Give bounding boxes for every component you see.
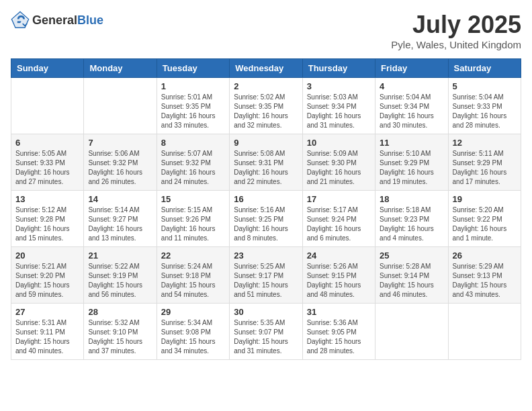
- day-number: 17: [307, 194, 371, 204]
- calendar-cell: [448, 304, 521, 360]
- day-of-week-header: Thursday: [302, 59, 375, 78]
- day-detail: Sunrise: 5:25 AM Sunset: 9:17 PM Dayligh…: [234, 262, 298, 300]
- day-detail: Sunrise: 5:17 AM Sunset: 9:24 PM Dayligh…: [307, 205, 371, 243]
- day-detail: Sunrise: 5:12 AM Sunset: 9:28 PM Dayligh…: [15, 205, 79, 243]
- calendar-cell: 11Sunrise: 5:10 AM Sunset: 9:29 PM Dayli…: [375, 134, 448, 191]
- day-number: 14: [88, 194, 152, 204]
- calendar-cell: 25Sunrise: 5:28 AM Sunset: 9:14 PM Dayli…: [375, 247, 448, 304]
- day-detail: Sunrise: 5:08 AM Sunset: 9:31 PM Dayligh…: [234, 149, 298, 187]
- day-detail: Sunrise: 5:35 AM Sunset: 9:07 PM Dayligh…: [234, 318, 298, 356]
- calendar-cell: 5Sunrise: 5:04 AM Sunset: 9:33 PM Daylig…: [448, 78, 521, 134]
- calendar-cell: 4Sunrise: 5:04 AM Sunset: 9:34 PM Daylig…: [375, 78, 448, 134]
- day-number: 2: [234, 81, 298, 91]
- logo-blue: Blue: [77, 13, 103, 27]
- day-detail: Sunrise: 5:16 AM Sunset: 9:25 PM Dayligh…: [234, 205, 298, 243]
- logo-text: GeneralBlue: [32, 13, 103, 28]
- calendar-cell: 16Sunrise: 5:16 AM Sunset: 9:25 PM Dayli…: [230, 191, 302, 247]
- day-number: 21: [88, 250, 152, 261]
- calendar-cell: 15Sunrise: 5:15 AM Sunset: 9:26 PM Dayli…: [157, 191, 229, 247]
- day-number: 20: [15, 250, 79, 261]
- day-of-week-header: Wednesday: [230, 59, 302, 78]
- calendar-cell: [84, 78, 157, 134]
- day-number: 12: [453, 138, 517, 148]
- day-number: 18: [380, 194, 443, 204]
- day-detail: Sunrise: 5:21 AM Sunset: 9:20 PM Dayligh…: [15, 262, 79, 300]
- day-number: 16: [234, 194, 298, 204]
- logo-general: General: [32, 13, 77, 27]
- day-number: 3: [307, 81, 371, 91]
- calendar-header-row: SundayMondayTuesdayWednesdayThursdayFrid…: [11, 59, 521, 78]
- day-number: 22: [161, 250, 225, 261]
- calendar-week-row: 27Sunrise: 5:31 AM Sunset: 9:11 PM Dayli…: [11, 304, 521, 360]
- day-detail: Sunrise: 5:09 AM Sunset: 9:30 PM Dayligh…: [307, 149, 371, 187]
- calendar-cell: 12Sunrise: 5:11 AM Sunset: 9:29 PM Dayli…: [448, 134, 521, 191]
- day-detail: Sunrise: 5:10 AM Sunset: 9:29 PM Dayligh…: [380, 149, 443, 187]
- day-number: 24: [307, 250, 371, 261]
- day-detail: Sunrise: 5:05 AM Sunset: 9:33 PM Dayligh…: [15, 149, 79, 187]
- calendar-cell: 2Sunrise: 5:02 AM Sunset: 9:35 PM Daylig…: [230, 78, 302, 134]
- day-number: 19: [453, 194, 517, 204]
- day-number: 30: [234, 307, 298, 317]
- calendar-cell: 14Sunrise: 5:14 AM Sunset: 9:27 PM Dayli…: [84, 191, 157, 247]
- day-number: 4: [380, 81, 443, 91]
- day-number: 31: [307, 307, 371, 317]
- month-title: July 2025: [391, 11, 521, 39]
- day-number: 26: [453, 250, 517, 261]
- calendar-cell: 9Sunrise: 5:08 AM Sunset: 9:31 PM Daylig…: [230, 134, 302, 191]
- day-detail: Sunrise: 5:01 AM Sunset: 9:35 PM Dayligh…: [161, 93, 225, 130]
- logo: GeneralBlue: [11, 11, 103, 30]
- day-detail: Sunrise: 5:26 AM Sunset: 9:15 PM Dayligh…: [307, 262, 371, 300]
- calendar-table: SundayMondayTuesdayWednesdayThursdayFrid…: [11, 58, 521, 360]
- day-detail: Sunrise: 5:18 AM Sunset: 9:23 PM Dayligh…: [380, 205, 443, 243]
- calendar-cell: 31Sunrise: 5:36 AM Sunset: 9:05 PM Dayli…: [302, 304, 375, 360]
- day-number: 13: [15, 194, 79, 204]
- day-detail: Sunrise: 5:15 AM Sunset: 9:26 PM Dayligh…: [161, 205, 225, 243]
- day-number: 8: [161, 138, 225, 148]
- calendar-cell: 8Sunrise: 5:07 AM Sunset: 9:32 PM Daylig…: [157, 134, 229, 191]
- calendar-cell: 10Sunrise: 5:09 AM Sunset: 9:30 PM Dayli…: [302, 134, 375, 191]
- day-detail: Sunrise: 5:36 AM Sunset: 9:05 PM Dayligh…: [307, 318, 371, 356]
- calendar-cell: 23Sunrise: 5:25 AM Sunset: 9:17 PM Dayli…: [230, 247, 302, 304]
- day-number: 6: [15, 138, 79, 148]
- calendar-cell: 28Sunrise: 5:32 AM Sunset: 9:10 PM Dayli…: [84, 304, 157, 360]
- day-number: 25: [380, 250, 443, 261]
- calendar-cell: [11, 78, 84, 134]
- location-title: Pyle, Wales, United Kingdom: [391, 39, 521, 50]
- day-detail: Sunrise: 5:20 AM Sunset: 9:22 PM Dayligh…: [453, 205, 517, 243]
- day-number: 27: [15, 307, 79, 317]
- calendar-cell: 20Sunrise: 5:21 AM Sunset: 9:20 PM Dayli…: [11, 247, 84, 304]
- calendar-cell: 30Sunrise: 5:35 AM Sunset: 9:07 PM Dayli…: [230, 304, 302, 360]
- calendar-cell: 7Sunrise: 5:06 AM Sunset: 9:32 PM Daylig…: [84, 134, 157, 191]
- day-number: 15: [161, 194, 225, 204]
- day-detail: Sunrise: 5:31 AM Sunset: 9:11 PM Dayligh…: [15, 318, 79, 356]
- day-number: 9: [234, 138, 298, 148]
- day-number: 23: [234, 250, 298, 261]
- title-block: July 2025 Pyle, Wales, United Kingdom: [391, 11, 521, 50]
- calendar-cell: 1Sunrise: 5:01 AM Sunset: 9:35 PM Daylig…: [157, 78, 229, 134]
- calendar-cell: 17Sunrise: 5:17 AM Sunset: 9:24 PM Dayli…: [302, 191, 375, 247]
- logo-icon: [11, 11, 30, 30]
- day-detail: Sunrise: 5:14 AM Sunset: 9:27 PM Dayligh…: [88, 205, 152, 243]
- day-detail: Sunrise: 5:28 AM Sunset: 9:14 PM Dayligh…: [380, 262, 443, 300]
- day-of-week-header: Tuesday: [157, 59, 229, 78]
- day-number: 5: [453, 81, 517, 91]
- day-detail: Sunrise: 5:32 AM Sunset: 9:10 PM Dayligh…: [88, 318, 152, 356]
- calendar-week-row: 13Sunrise: 5:12 AM Sunset: 9:28 PM Dayli…: [11, 191, 521, 247]
- day-number: 11: [380, 138, 443, 148]
- calendar-cell: 6Sunrise: 5:05 AM Sunset: 9:33 PM Daylig…: [11, 134, 84, 191]
- day-detail: Sunrise: 5:04 AM Sunset: 9:33 PM Dayligh…: [453, 93, 517, 130]
- day-number: 7: [88, 138, 152, 148]
- day-detail: Sunrise: 5:22 AM Sunset: 9:19 PM Dayligh…: [88, 262, 152, 300]
- calendar-week-row: 6Sunrise: 5:05 AM Sunset: 9:33 PM Daylig…: [11, 134, 521, 191]
- calendar-cell: 26Sunrise: 5:29 AM Sunset: 9:13 PM Dayli…: [448, 247, 521, 304]
- day-detail: Sunrise: 5:11 AM Sunset: 9:29 PM Dayligh…: [453, 149, 517, 187]
- calendar-week-row: 1Sunrise: 5:01 AM Sunset: 9:35 PM Daylig…: [11, 78, 521, 134]
- calendar-cell: 29Sunrise: 5:34 AM Sunset: 9:08 PM Dayli…: [157, 304, 229, 360]
- day-detail: Sunrise: 5:03 AM Sunset: 9:34 PM Dayligh…: [307, 93, 371, 130]
- day-number: 10: [307, 138, 371, 148]
- day-number: 28: [88, 307, 152, 317]
- calendar-cell: 13Sunrise: 5:12 AM Sunset: 9:28 PM Dayli…: [11, 191, 84, 247]
- day-detail: Sunrise: 5:34 AM Sunset: 9:08 PM Dayligh…: [161, 318, 225, 356]
- day-detail: Sunrise: 5:07 AM Sunset: 9:32 PM Dayligh…: [161, 149, 225, 187]
- calendar-cell: 19Sunrise: 5:20 AM Sunset: 9:22 PM Dayli…: [448, 191, 521, 247]
